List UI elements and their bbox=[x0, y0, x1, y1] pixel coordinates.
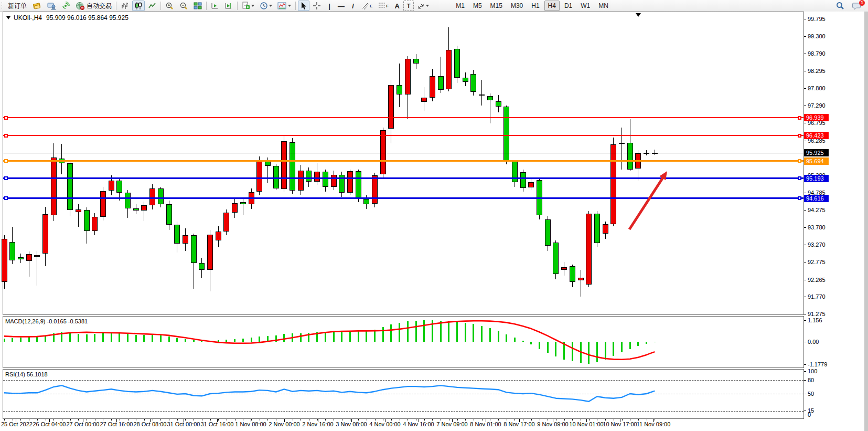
text-button[interactable]: A bbox=[392, 1, 402, 11]
candle bbox=[174, 225, 180, 244]
candle bbox=[372, 175, 378, 204]
time-minor-tick bbox=[136, 419, 136, 421]
candle bbox=[116, 181, 122, 193]
timeframe-m30[interactable]: M30 bbox=[507, 1, 527, 11]
arrows-icon bbox=[417, 2, 425, 10]
fibonacci-button[interactable]: F bbox=[376, 1, 391, 11]
zoom-in-button[interactable] bbox=[163, 1, 176, 11]
macd-indicator-label: MACD(12,26,9) -0.0165 -0.5381 bbox=[5, 318, 88, 324]
new-order-button[interactable]: 新订单 bbox=[4, 1, 29, 11]
auto-scroll-button[interactable] bbox=[209, 1, 221, 11]
macd-axis-label: 0.00 bbox=[808, 339, 819, 345]
time-minor-tick bbox=[490, 419, 490, 421]
bar-chart-button[interactable] bbox=[119, 1, 131, 11]
timeframe-label: M5 bbox=[473, 2, 482, 9]
signals-icon[interactable] bbox=[59, 1, 72, 11]
time-minor-tick bbox=[62, 419, 62, 421]
macd-histogram-bar bbox=[111, 332, 112, 342]
crosshair-button[interactable] bbox=[310, 1, 323, 11]
arrows-button[interactable] bbox=[415, 1, 431, 11]
chat-icon[interactable]: 1 bbox=[850, 1, 863, 11]
templates-button[interactable] bbox=[275, 1, 293, 11]
candlestick-chart-button[interactable] bbox=[132, 1, 145, 11]
autotrading-button[interactable]: 自动交易 bbox=[73, 1, 114, 11]
timeframe-d1[interactable]: D1 bbox=[561, 1, 576, 11]
horizontal-line-button[interactable]: — bbox=[336, 1, 347, 11]
candle bbox=[51, 157, 57, 215]
trendline-button[interactable]: / bbox=[348, 1, 358, 11]
arrows-button-caret[interactable] bbox=[426, 5, 429, 7]
rsi-axis-tick bbox=[804, 394, 806, 394]
line-chart-button[interactable] bbox=[146, 1, 158, 11]
time-minor-tick bbox=[29, 419, 29, 421]
macd-histogram-bar bbox=[61, 332, 62, 342]
toolbox-icon[interactable] bbox=[30, 1, 44, 11]
accounts-icon[interactable] bbox=[45, 1, 58, 11]
line-handle-left[interactable] bbox=[4, 116, 8, 120]
templates-button-caret[interactable] bbox=[288, 5, 291, 7]
candle bbox=[438, 76, 444, 90]
macd-histogram-bar bbox=[489, 328, 491, 342]
time-label: 11 Nov 09:00 bbox=[637, 421, 671, 427]
vertical-line-button[interactable]: | bbox=[324, 1, 335, 11]
time-minor-tick bbox=[78, 419, 79, 421]
periods-button[interactable] bbox=[258, 1, 274, 11]
macd-axis-tick bbox=[804, 342, 806, 342]
line-handle-left[interactable] bbox=[4, 159, 8, 163]
time-minor-tick bbox=[655, 419, 655, 421]
line-handle-right[interactable] bbox=[798, 134, 801, 138]
rsi-axis-label: 0 bbox=[808, 412, 811, 418]
time-label: 25 Oct 2022 bbox=[1, 421, 33, 427]
chart-shift-button[interactable] bbox=[222, 1, 235, 11]
price-tick-label: 91.275 bbox=[808, 311, 826, 317]
line-handle-right[interactable] bbox=[798, 159, 801, 163]
indicators-button[interactable] bbox=[240, 1, 256, 11]
timeframe-w1[interactable]: W1 bbox=[577, 1, 594, 11]
time-label: 31 Oct 16:00 bbox=[201, 421, 234, 427]
line-handle-left[interactable] bbox=[4, 196, 8, 200]
chart-shift-marker[interactable] bbox=[636, 13, 641, 17]
macd-histogram-bar bbox=[646, 342, 647, 344]
timeframe-m1[interactable]: M1 bbox=[452, 1, 468, 11]
price-tick-label: 98.790 bbox=[808, 50, 826, 57]
candle bbox=[331, 175, 337, 187]
timeframe-m5[interactable]: M5 bbox=[469, 1, 486, 11]
line-handle-right[interactable] bbox=[798, 196, 801, 200]
zoom-out-button[interactable] bbox=[177, 1, 190, 11]
timeframe-h1[interactable]: H1 bbox=[528, 1, 543, 11]
timeframe-m15[interactable]: M15 bbox=[487, 1, 506, 11]
candle bbox=[446, 50, 452, 89]
search-icon[interactable] bbox=[834, 1, 846, 11]
toolbar-handle[interactable] bbox=[1, 2, 3, 10]
candle bbox=[281, 141, 287, 190]
timeframe-h4[interactable]: H4 bbox=[544, 1, 560, 11]
indicators-button-caret[interactable] bbox=[251, 5, 254, 7]
time-minor-tick bbox=[647, 419, 647, 421]
horizontal-level-line[interactable] bbox=[3, 135, 803, 136]
time-minor-tick bbox=[334, 419, 334, 421]
periods-button-caret[interactable] bbox=[269, 5, 272, 7]
text-button-glyph: A bbox=[395, 2, 400, 10]
time-label: 28 Oct 08:00 bbox=[134, 421, 167, 427]
trend-arrow[interactable] bbox=[619, 161, 708, 239]
symbol-dropdown-icon[interactable] bbox=[6, 16, 10, 19]
tile-windows-button[interactable] bbox=[191, 1, 204, 11]
line-handle-left[interactable] bbox=[4, 134, 8, 138]
time-minor-tick bbox=[432, 419, 433, 421]
horizontal-level-line[interactable] bbox=[3, 117, 803, 118]
candle bbox=[496, 101, 501, 107]
fibonacci-button-subscript: F bbox=[386, 4, 389, 8]
line-handle-right[interactable] bbox=[798, 176, 801, 180]
candle bbox=[84, 210, 90, 231]
macd-panel[interactable] bbox=[3, 316, 804, 368]
cursor-button[interactable] bbox=[298, 1, 309, 11]
timeframe-mn[interactable]: MN bbox=[595, 1, 612, 11]
macd-histogram-bar bbox=[45, 335, 46, 342]
line-handle-left[interactable] bbox=[4, 176, 8, 180]
text-label-button[interactable]: T bbox=[403, 1, 414, 11]
candle bbox=[619, 143, 625, 144]
line-handle-right[interactable] bbox=[798, 116, 801, 120]
time-minor-tick bbox=[342, 419, 342, 421]
channel-button[interactable]: E bbox=[359, 1, 374, 11]
macd-histogram-bar bbox=[300, 333, 302, 342]
